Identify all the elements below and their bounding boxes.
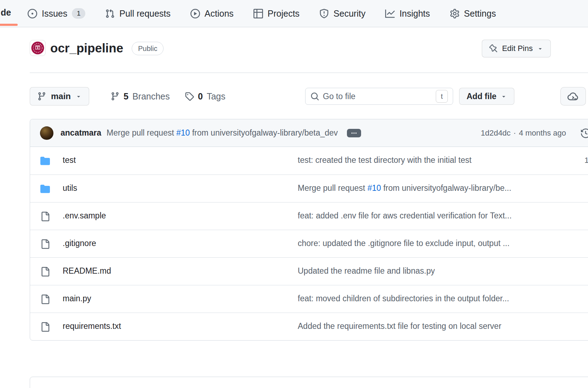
tab-code-partial[interactable]: de bbox=[1, 7, 11, 18]
file-icon bbox=[40, 267, 50, 276]
tab-label: Pull requests bbox=[119, 8, 171, 19]
file-icon bbox=[40, 239, 50, 249]
file-commit-message[interactable]: feat: moved children of subdirectories i… bbox=[298, 294, 509, 303]
repo-title: ocr_pipeline bbox=[50, 40, 123, 56]
folder-icon bbox=[40, 184, 50, 194]
tab-label: Projects bbox=[268, 8, 299, 19]
edit-pins-label: Edit Pins bbox=[502, 44, 533, 53]
git-branch-icon bbox=[37, 92, 46, 101]
tags-link[interactable]: 0 Tags bbox=[185, 87, 226, 105]
tab-security[interactable]: Security bbox=[319, 8, 365, 19]
branches-link[interactable]: 5 Branches bbox=[110, 87, 170, 105]
branch-selector[interactable]: main bbox=[30, 87, 89, 105]
tags-label: Tags bbox=[207, 91, 226, 102]
commit-message[interactable]: Merge pull request #10 from universityof… bbox=[107, 128, 338, 138]
pr-number-link[interactable]: #10 bbox=[176, 128, 190, 137]
org-avatar[interactable] bbox=[30, 40, 46, 56]
edit-pins-button[interactable]: Edit Pins bbox=[482, 40, 551, 57]
project-icon bbox=[253, 9, 263, 18]
file-commit-date-fragment: 1 bbox=[584, 156, 588, 165]
pr-number-link[interactable]: #10 bbox=[367, 183, 381, 193]
tab-insights[interactable]: Insights bbox=[385, 8, 430, 19]
shield-icon bbox=[319, 9, 329, 18]
commit-author-avatar[interactable] bbox=[40, 126, 53, 140]
history-icon[interactable] bbox=[581, 129, 588, 138]
table-row: .env.sample feat: added .env file for aw… bbox=[30, 202, 588, 230]
file-rows: test test: created the test directory wi… bbox=[30, 147, 588, 340]
file-name-link[interactable]: README.md bbox=[63, 266, 111, 276]
issue-opened-icon bbox=[28, 9, 37, 18]
project-icon bbox=[253, 9, 263, 18]
add-file-label: Add file bbox=[467, 92, 496, 101]
file-icon bbox=[40, 295, 50, 304]
file-name-link[interactable]: utils bbox=[63, 183, 77, 193]
tab-issues[interactable]: Issues 1 bbox=[28, 8, 85, 19]
pull-request-icon bbox=[105, 9, 115, 18]
file-icon bbox=[40, 212, 50, 221]
add-file-button[interactable]: Add file bbox=[459, 88, 514, 105]
current-branch-label: main bbox=[51, 91, 71, 101]
file-icon bbox=[40, 295, 50, 304]
go-to-file-input[interactable] bbox=[323, 92, 432, 101]
file-name-link[interactable]: requirements.txt bbox=[63, 321, 121, 331]
shield-icon bbox=[319, 9, 329, 18]
header-divider bbox=[30, 73, 588, 73]
file-commit-message[interactable]: Added the requirements.txt file for test… bbox=[298, 321, 501, 331]
file-icon bbox=[40, 239, 50, 249]
tag-icon bbox=[185, 92, 194, 101]
commit-message-post: from universityofgalway-library/beta_dev bbox=[190, 128, 338, 137]
pin-icon bbox=[489, 44, 498, 53]
play-icon bbox=[190, 9, 200, 18]
file-commit-message[interactable]: feat: added .env file for aws credential… bbox=[298, 211, 512, 221]
issues-counter-badge: 1 bbox=[72, 8, 85, 19]
commit-meta: 1d2d4dc · 4 months ago bbox=[481, 119, 566, 147]
issue-opened-icon bbox=[28, 9, 37, 18]
file-commit-message[interactable]: Merge pull request #10 from universityof… bbox=[298, 183, 511, 193]
file-commit-message[interactable]: test: created the test directory with th… bbox=[298, 155, 472, 165]
commit-ellipsis-button[interactable] bbox=[347, 129, 361, 137]
file-commit-message[interactable]: chore: updated the .gitignore file to ex… bbox=[298, 239, 509, 248]
meta-separator: · bbox=[513, 129, 516, 138]
tab-label: Actions bbox=[205, 8, 234, 19]
folder-icon bbox=[40, 156, 50, 166]
tab-actions[interactable]: Actions bbox=[190, 8, 234, 19]
tab-projects[interactable]: Projects bbox=[253, 8, 299, 19]
play-icon bbox=[190, 9, 200, 18]
file-name-link[interactable]: main.py bbox=[63, 294, 91, 303]
chevron-down-icon bbox=[537, 45, 543, 52]
file-name-link[interactable]: .env.sample bbox=[63, 211, 106, 221]
keyboard-shortcut-badge: t bbox=[436, 90, 448, 103]
repo-tabs: Issues 1 Pull requests Actions Projects … bbox=[28, 0, 496, 27]
go-to-file-box: t bbox=[305, 88, 453, 105]
git-branch-icon bbox=[110, 92, 120, 101]
search-icon bbox=[310, 92, 319, 101]
tab-label: Security bbox=[333, 8, 365, 19]
commit-author-link[interactable]: ancatmara bbox=[61, 128, 101, 138]
active-tab-underline bbox=[0, 24, 18, 26]
file-name-link[interactable]: test bbox=[63, 155, 76, 165]
commit-time: 4 months ago bbox=[519, 129, 566, 138]
tab-settings[interactable]: Settings bbox=[450, 8, 496, 19]
file-name-link[interactable]: .gitignore bbox=[63, 239, 96, 248]
file-icon bbox=[40, 212, 50, 221]
tab-pull-requests[interactable]: Pull requests bbox=[105, 8, 171, 19]
codespaces-cloud-icon bbox=[567, 91, 579, 102]
file-commit-message[interactable]: Updated the readme file and libnas.py bbox=[298, 266, 435, 276]
code-dropdown-button[interactable] bbox=[560, 87, 586, 105]
commit-message-pre: Merge pull request bbox=[107, 128, 176, 137]
gear-icon bbox=[450, 9, 459, 18]
table-row: .gitignore chore: updated the .gitignore… bbox=[30, 230, 588, 257]
folder-icon bbox=[40, 184, 50, 194]
table-row: main.py feat: moved children of subdirec… bbox=[30, 285, 588, 313]
table-row: README.md Updated the readme file and li… bbox=[30, 257, 588, 285]
chevron-down-icon bbox=[501, 93, 507, 99]
file-icon bbox=[40, 267, 50, 276]
commit-sha-link[interactable]: 1d2d4dc bbox=[481, 129, 510, 138]
visibility-badge: Public bbox=[132, 42, 164, 55]
chevron-down-icon bbox=[75, 93, 82, 99]
tags-count: 0 bbox=[198, 91, 203, 102]
university-crest-logo bbox=[31, 41, 44, 55]
tab-label: Issues bbox=[42, 8, 67, 19]
latest-commit-bar: ancatmara Merge pull request #10 from un… bbox=[30, 119, 588, 147]
tab-label: Insights bbox=[399, 8, 430, 19]
